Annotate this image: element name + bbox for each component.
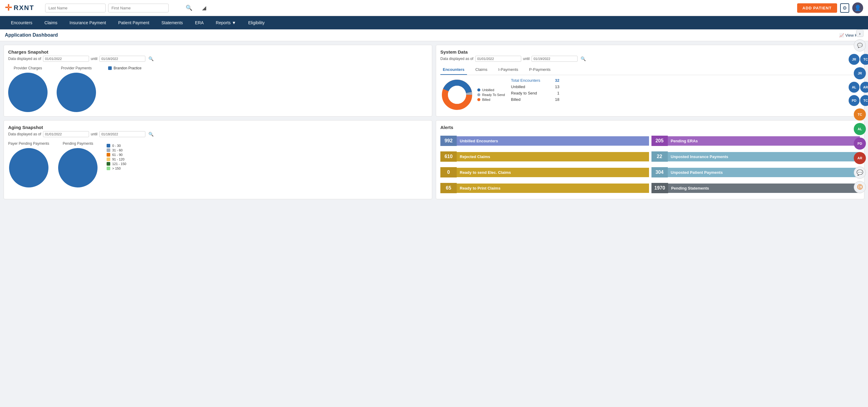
unbilled-row: Unbilled 13 (511, 85, 559, 89)
chart-icon: 📈 (839, 33, 844, 37)
aging-snapshot-card: Aging Snapshot Data displayed as of unti… (4, 120, 432, 199)
aging-search-button[interactable]: 🔍 (147, 132, 155, 136)
sidebar-collapse-button[interactable]: › (856, 30, 864, 37)
sidebar-avatar-jr[interactable]: JR (848, 54, 860, 65)
alert-unposted-patient[interactable]: 304 Unposted Patient Payments (651, 166, 860, 179)
alert-unbilled-encounters[interactable]: 992 Unbilled Encounters (440, 134, 649, 148)
alert-rejected-claims[interactable]: 610 Rejected Claims (440, 150, 649, 163)
charges-to-date[interactable] (99, 56, 145, 62)
alert-pending-stmt-label: Pending Statements (668, 184, 860, 193)
sidebar-avatar-ar2[interactable]: AR (854, 152, 866, 164)
aging-91-120: 91 - 120 (106, 157, 126, 161)
sidebar-avatar-tc3[interactable]: TC (854, 108, 866, 121)
charges-search-button[interactable]: 🔍 (147, 56, 155, 61)
system-to-date[interactable] (531, 56, 578, 62)
aging-121-150: 121 - 150 (106, 162, 126, 166)
sidebar-chat-icon[interactable]: 💬 (854, 39, 866, 52)
aging-legend: 0 - 30 31 - 60 61 - 90 91 - 120 121 - 15… (106, 144, 126, 170)
system-data-tabs: Encounters Claims I-Payments P-Payments (440, 66, 860, 75)
sidebar-avatar-al[interactable]: AL (848, 82, 860, 93)
nav-patient-payment[interactable]: Patient Payment (112, 16, 155, 29)
add-patient-button[interactable]: ADD PATIENT (797, 3, 837, 13)
aging-0-30-dot (106, 144, 110, 148)
sidebar-avatar-al2[interactable]: AL (854, 123, 866, 135)
sidebar-avatar-tc2[interactable]: TC (860, 95, 868, 106)
nav-insurance-payment[interactable]: Insurance Payment (64, 16, 112, 29)
provider-charges-label: Provider Charges (13, 66, 42, 70)
system-search-button[interactable]: 🔍 (579, 56, 587, 61)
ready-to-send-row: Ready to Send 1 (511, 91, 559, 95)
alert-ready-print[interactable]: 65 Ready to Print Claims (440, 181, 649, 195)
billed-row: Billed 18 (511, 97, 559, 102)
nav-claims[interactable]: Claims (38, 16, 64, 29)
pending-payments-label: Pending Payments (63, 142, 93, 146)
alert-unposted-ins-label: Unposted Insurance Payments (668, 152, 860, 161)
legend-text: Brandon Practice (114, 66, 142, 70)
alert-pending-eras[interactable]: 205 Pending ERAs (651, 134, 860, 148)
alert-pending-eras-label: Pending ERAs (668, 136, 860, 146)
total-encounters-value: 32 (555, 78, 559, 83)
nav-era[interactable]: ERA (189, 16, 210, 29)
aging-31-60-dot (106, 148, 110, 152)
sidebar-avatar-pd2[interactable]: PD (854, 137, 866, 150)
alert-unposted-ins-count: 22 (651, 151, 668, 162)
nav-bar: Encounters Claims Insurance Payment Pati… (0, 16, 868, 29)
charges-from-date[interactable] (43, 56, 89, 62)
sidebar-chat2-icon[interactable]: 💬 (854, 166, 866, 179)
aging-gt-150-dot (106, 166, 110, 170)
last-name-input[interactable] (45, 4, 106, 12)
sidebar-avatar-jr2[interactable]: JR (854, 67, 866, 79)
alert-ready-print-count: 65 (440, 183, 457, 193)
alerts-card: Alerts 992 Unbilled Encounters 610 Rejec… (436, 120, 864, 199)
user-avatar[interactable]: 👤 (852, 2, 863, 13)
aging-61-90-dot (106, 153, 110, 157)
charges-legend: Brandon Practice (108, 66, 142, 70)
logo: ✛ RXNT (5, 4, 34, 12)
legend-ready-to-send: Ready To Send (477, 93, 505, 97)
alert-ready-elec[interactable]: 0 Ready to send Elec. Claims (440, 166, 649, 179)
alert-ready-print-label: Ready to Print Claims (457, 184, 649, 193)
sidebar-avatars-jr-tc: JR TC (848, 54, 868, 65)
system-from-date[interactable] (475, 56, 521, 62)
svg-point-3 (448, 86, 466, 104)
sidebar-avatar-pd[interactable]: PD (848, 95, 860, 106)
alert-unposted-insurance[interactable]: 22 Unposted Insurance Payments (651, 150, 860, 163)
nav-eligibility[interactable]: Eligibility (242, 16, 271, 29)
tab-ppayments[interactable]: P-Payments (527, 66, 553, 75)
legend-color-swatch (108, 66, 112, 70)
alert-rejected-count: 610 (440, 151, 457, 162)
tab-claims[interactable]: Claims (473, 66, 490, 75)
payer-pending-pie (9, 148, 49, 187)
aging-91-120-dot (106, 157, 110, 161)
alert-ready-elec-count: 0 (440, 167, 457, 178)
provider-payments-chart: Provider Payments (57, 66, 96, 112)
total-encounters-link[interactable]: Total Encounters (511, 78, 540, 83)
billed-dot (477, 98, 480, 101)
nav-reports[interactable]: Reports ▼ (210, 16, 242, 29)
right-sidebar: › 💬 JR TC JR AL AR PD TC TC AL PD AR 💬 Ⓒ (851, 27, 868, 196)
search-button[interactable]: 🔍 (183, 3, 195, 12)
provider-payments-pie (57, 73, 96, 112)
payer-pending-label: Payer Pending Payments (8, 142, 49, 146)
sidebar-avatar-tc[interactable]: TC (860, 54, 868, 65)
system-data-body: Unbilled Ready To Send Billed Total Enco… (440, 78, 860, 112)
settings-gear-button[interactable]: ⚙ (840, 3, 849, 13)
alerts-left: 992 Unbilled Encounters 610 Rejected Cla… (440, 134, 649, 195)
tab-encounters[interactable]: Encounters (440, 66, 467, 75)
sidebar-avatar-ar[interactable]: AR (860, 82, 868, 93)
nav-encounters[interactable]: Encounters (5, 16, 38, 29)
aging-from-date[interactable] (43, 131, 89, 137)
sidebar-help-icon[interactable]: Ⓒ (854, 181, 866, 193)
first-name-input[interactable] (108, 4, 169, 12)
donut-chart-area: Unbilled Ready To Send Billed (440, 78, 505, 112)
alerts-spacer (440, 131, 860, 134)
tab-ipayments[interactable]: I-Payments (496, 66, 521, 75)
provider-charges-chart: Provider Charges (8, 66, 48, 112)
alert-unposted-pat-label: Unposted Patient Payments (668, 168, 860, 177)
charges-snapshot-card: Charges Snapshot Data displayed as of un… (4, 45, 432, 117)
nav-statements[interactable]: Statements (155, 16, 189, 29)
charges-snapshot-subtitle: Data displayed as of until 🔍 (8, 56, 428, 62)
aging-to-date[interactable] (99, 131, 145, 137)
alert-pending-statements[interactable]: 1970 Pending Statements (651, 181, 860, 195)
filter-button[interactable]: ◢ (199, 3, 209, 12)
